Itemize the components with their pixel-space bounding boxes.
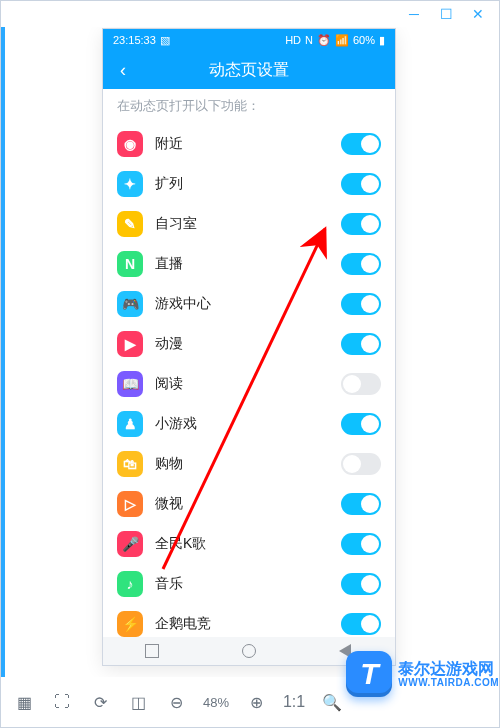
toggle-switch[interactable]	[341, 453, 381, 475]
setting-label: 小游戏	[155, 415, 341, 433]
statusbar-battery-icon: ▮	[379, 34, 385, 47]
app-icon: ♟	[117, 411, 143, 437]
setting-label: 音乐	[155, 575, 341, 593]
settings-list: 在动态页打开以下功能： ◉附近✦扩列✎自习室N直播🎮游戏中心▶动漫📖阅读♟小游戏…	[103, 89, 395, 637]
setting-label: 阅读	[155, 375, 341, 393]
nav-home-button[interactable]	[242, 644, 256, 658]
statusbar-alarm-icon: ⏰	[317, 34, 331, 47]
phone-statusbar: 23:15:33 ▧ HD N ⏰ 📶 60% ▮	[103, 29, 395, 51]
app-icon: 📖	[117, 371, 143, 397]
toggle-switch[interactable]	[341, 613, 381, 635]
app-icon: ✦	[117, 171, 143, 197]
setting-label: 游戏中心	[155, 295, 341, 313]
image-viewer-canvas: 23:15:33 ▧ HD N ⏰ 📶 60% ▮ ‹ 动态页设置 在动态页打开…	[5, 27, 499, 677]
setting-row: 📖阅读	[103, 364, 395, 404]
app-icon: ◉	[117, 131, 143, 157]
toggle-switch[interactable]	[341, 253, 381, 275]
appbar: ‹ 动态页设置	[103, 51, 395, 89]
setting-row: ✦扩列	[103, 164, 395, 204]
app-icon: 🎮	[117, 291, 143, 317]
watermark-badge: T	[346, 651, 392, 697]
rotate-icon[interactable]: ⟳	[89, 691, 111, 713]
setting-label: 直播	[155, 255, 341, 273]
app-icon: 🎤	[117, 531, 143, 557]
fit-icon[interactable]: ⛶	[51, 691, 73, 713]
setting-label: 企鹅电竞	[155, 615, 341, 633]
statusbar-notif-icon: ▧	[160, 34, 170, 47]
toggle-switch[interactable]	[341, 293, 381, 315]
toggle-switch[interactable]	[341, 173, 381, 195]
watermark-text-cn: 泰尔达游戏网	[398, 660, 499, 678]
app-icon: ▶	[117, 331, 143, 357]
setting-label: 微视	[155, 495, 341, 513]
watermark-text-en: WWW.TAIRDA.COM	[398, 677, 499, 688]
setting-row: ⚡企鹅电竞	[103, 604, 395, 637]
setting-row: 🎮游戏中心	[103, 284, 395, 324]
minimize-button[interactable]: ─	[399, 5, 429, 23]
toggle-switch[interactable]	[341, 573, 381, 595]
toggle-switch[interactable]	[341, 373, 381, 395]
watermark: T 泰尔达游戏网 WWW.TAIRDA.COM	[346, 651, 499, 697]
zoom-in-icon[interactable]: ⊕	[245, 691, 267, 713]
setting-row: ✎自习室	[103, 204, 395, 244]
app-icon: ✎	[117, 211, 143, 237]
toggle-switch[interactable]	[341, 133, 381, 155]
zoom-out-icon[interactable]: ⊖	[165, 691, 187, 713]
setting-row: 🛍购物	[103, 444, 395, 484]
zoom-percent: 48%	[203, 695, 229, 710]
setting-row: ▶动漫	[103, 324, 395, 364]
setting-row: ♟小游戏	[103, 404, 395, 444]
app-icon: ▷	[117, 491, 143, 517]
actual-size-icon[interactable]: 1:1	[283, 691, 305, 713]
setting-row: N直播	[103, 244, 395, 284]
statusbar-hd: HD	[285, 34, 301, 46]
app-icon: ♪	[117, 571, 143, 597]
setting-label: 动漫	[155, 335, 341, 353]
app-icon: ⚡	[117, 611, 143, 637]
setting-label: 扩列	[155, 175, 341, 193]
setting-label: 购物	[155, 455, 341, 473]
nav-recent-button[interactable]	[145, 644, 159, 658]
toggle-switch[interactable]	[341, 213, 381, 235]
setting-label: 自习室	[155, 215, 341, 233]
back-button[interactable]: ‹	[103, 60, 143, 81]
grid-icon[interactable]: ▦	[13, 691, 35, 713]
setting-row: 🎤全民K歌	[103, 524, 395, 564]
statusbar-time: 23:15:33	[113, 34, 156, 46]
app-icon: 🛍	[117, 451, 143, 477]
statusbar-nfc-icon: N	[305, 34, 313, 46]
statusbar-signal-icon: 📶	[335, 34, 349, 47]
maximize-button[interactable]: ☐	[431, 5, 461, 23]
search-icon[interactable]: 🔍	[321, 691, 343, 713]
setting-row: ▷微视	[103, 484, 395, 524]
app-icon: N	[117, 251, 143, 277]
toggle-switch[interactable]	[341, 413, 381, 435]
setting-row: ♪音乐	[103, 564, 395, 604]
setting-row: ◉附近	[103, 124, 395, 164]
close-button[interactable]: ✕	[463, 5, 493, 23]
statusbar-battery: 60%	[353, 34, 375, 46]
toggle-switch[interactable]	[341, 333, 381, 355]
setting-label: 附近	[155, 135, 341, 153]
page-title: 动态页设置	[103, 60, 395, 81]
toggle-switch[interactable]	[341, 533, 381, 555]
window-titlebar: ─ ☐ ✕	[1, 1, 499, 27]
section-label: 在动态页打开以下功能：	[103, 89, 395, 124]
toggle-switch[interactable]	[341, 493, 381, 515]
phone-screenshot: 23:15:33 ▧ HD N ⏰ 📶 60% ▮ ‹ 动态页设置 在动态页打开…	[103, 29, 395, 665]
crop-icon[interactable]: ◫	[127, 691, 149, 713]
setting-label: 全民K歌	[155, 535, 341, 553]
